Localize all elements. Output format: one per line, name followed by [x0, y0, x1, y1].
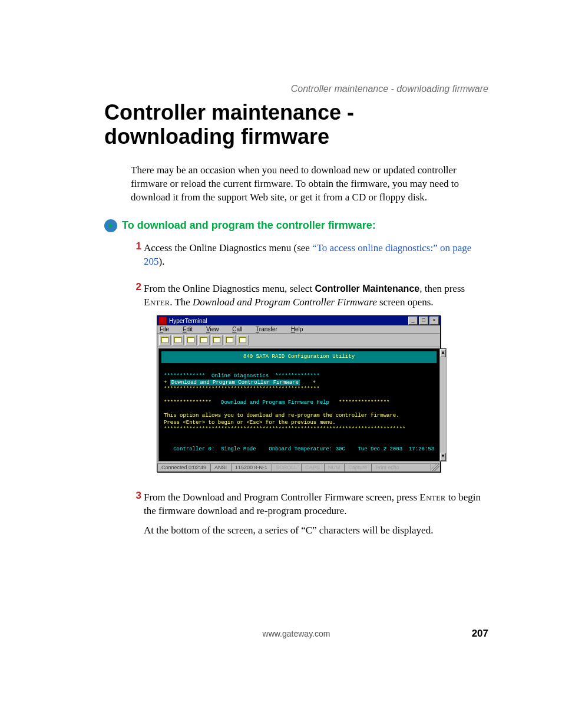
- screen-name-download-program: Download and Program Controller Firmware: [193, 297, 377, 308]
- menu-help[interactable]: Help: [291, 326, 309, 332]
- minimize-button[interactable]: _: [408, 317, 418, 325]
- hyperterminal-menubar: File Edit View Call Transfer Help: [157, 325, 440, 334]
- terminal-selected-item: Download and Program Controller Firmware: [170, 380, 300, 386]
- toolbar-receive-icon[interactable]: [224, 335, 236, 345]
- step-2-text-post1: . The: [170, 297, 193, 308]
- terminal-scrollbar[interactable]: ▲ ▼: [439, 348, 447, 462]
- scroll-up-icon[interactable]: ▲: [440, 349, 446, 357]
- key-enter: Enter: [144, 297, 170, 308]
- step-number: 2: [131, 281, 141, 293]
- step-2-text-mid: , then press: [419, 283, 465, 294]
- status-capture: Capture: [344, 463, 371, 472]
- resize-grip-icon[interactable]: [431, 463, 440, 472]
- terminal-output[interactable]: 840 SATA RAID Configuration Utility ****…: [158, 348, 439, 462]
- step-1-text-post: ).: [159, 256, 165, 267]
- terminal-status-line: Controller 0: Single Mode Onboard Temper…: [164, 446, 434, 452]
- menu-view[interactable]: View: [206, 326, 225, 332]
- step-2-text-pre: From the Online Diagnostics menu, select: [144, 283, 315, 294]
- close-button[interactable]: ×: [429, 317, 439, 325]
- page-number: 207: [472, 628, 488, 640]
- key-enter: Enter: [419, 492, 445, 503]
- terminal-help-title: *************** Download and Program Fir…: [164, 400, 389, 406]
- step-3-para2: At the bottom of the screen, a series of…: [144, 524, 488, 538]
- status-scroll: SCROLL: [272, 463, 301, 472]
- status-connected: Connected 0:02:49: [157, 463, 210, 472]
- menu-transfer[interactable]: Transfer: [256, 326, 283, 332]
- step-2-text-post2: screen opens.: [377, 297, 434, 308]
- menu-call[interactable]: Call: [232, 326, 248, 332]
- menu-edit[interactable]: Edit: [183, 326, 199, 332]
- step-1-text-pre: Access the Online Diagnostics menu (see: [144, 242, 312, 253]
- toolbar-send-icon[interactable]: [211, 335, 223, 345]
- page-title: Controller maintenance - downloading fir…: [104, 100, 488, 149]
- intro-paragraph: There may be an occasion when you need t…: [131, 164, 488, 205]
- terminal-help-line2: Press <Enter> to begin or <Esc> for the …: [164, 420, 336, 426]
- hyperterminal-titlebar[interactable]: HyperTerminal _ □ ×: [157, 316, 440, 325]
- step-3-text-pre: From the Download and Program Controller…: [144, 492, 419, 503]
- ui-label-controller-maintenance: Controller Maintenance: [315, 284, 419, 294]
- toolbar-call-icon[interactable]: [185, 335, 197, 345]
- status-caps: CAPS: [301, 463, 324, 472]
- running-header: Controller maintenance - downloading fir…: [291, 84, 488, 94]
- hyperterminal-app-icon: [158, 317, 167, 325]
- toolbar-open-icon[interactable]: [172, 335, 184, 345]
- toolbar-hangup-icon[interactable]: [198, 335, 210, 345]
- hyperterminal-toolbar: [157, 334, 440, 347]
- status-settings: 115200 8-N-1: [231, 463, 272, 472]
- hyperterminal-title: HyperTerminal: [169, 318, 207, 324]
- step-number: 1: [131, 241, 141, 252]
- status-emulation: ANSI: [210, 463, 231, 472]
- terminal-help-line1: This option allows you to download and r…: [164, 413, 399, 419]
- svg-marker-0: [109, 223, 113, 228]
- scroll-down-icon[interactable]: ▼: [440, 453, 446, 461]
- terminal-help-divider: ****************************************…: [164, 426, 405, 432]
- toolbar-new-icon[interactable]: [159, 335, 171, 345]
- maximize-button[interactable]: □: [419, 317, 428, 325]
- status-printecho: Print echo: [371, 463, 431, 472]
- arrow-icon: [104, 219, 117, 232]
- hyperterminal-window: HyperTerminal _ □ × File Edit View Call …: [157, 315, 441, 472]
- terminal-menu-row: + Download and Program Controller Firmwa…: [164, 380, 316, 386]
- hyperterminal-statusbar: Connected 0:02:49 ANSI 115200 8-N-1 SCRO…: [157, 463, 440, 472]
- step-3: 3 From the Download and Program Controll…: [131, 489, 488, 549]
- status-num: NUM: [324, 463, 345, 472]
- step-1: 1 Access the Online Diagnostics menu (se…: [131, 239, 488, 281]
- step-number: 3: [131, 490, 141, 502]
- toolbar-properties-icon[interactable]: [237, 335, 249, 345]
- menu-file[interactable]: File: [160, 326, 175, 332]
- terminal-banner: 840 SATA RAID Configuration Utility: [161, 351, 437, 363]
- procedure-heading: To download and program the controller f…: [122, 219, 376, 232]
- footer-url: www.gateway.com: [263, 629, 330, 638]
- step-2: 2 From the Online Diagnostics menu, sele…: [131, 280, 488, 489]
- terminal-divider: ****************************************…: [164, 386, 320, 392]
- page-footer: www.gateway.com 207: [104, 628, 488, 640]
- terminal-section-header: ************* Online Diagnostics *******…: [164, 373, 320, 379]
